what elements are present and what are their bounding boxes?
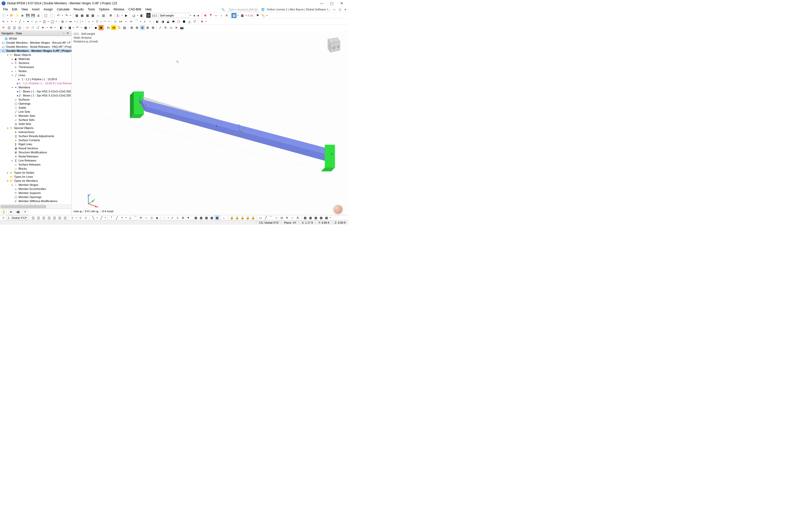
tree-member-stiff[interactable]: ≡Member Stiffness Modifications	[0, 199, 71, 203]
tree-nodes[interactable]: ▸•Nodes	[0, 69, 71, 73]
model-icon[interactable]: ◉	[20, 13, 25, 18]
tool-g-icon[interactable]: △	[187, 19, 192, 24]
dropdown-icon[interactable]: ▾	[104, 216, 106, 219]
mesh3-icon[interactable]: ⊞	[140, 25, 145, 30]
fx-icon[interactable]: ƒₓ	[116, 13, 120, 18]
assistant-avatar[interactable]	[333, 204, 343, 214]
tool-c-icon[interactable]: ◒	[166, 19, 170, 24]
menu-view[interactable]: View	[19, 7, 30, 12]
member-icon[interactable]: ━	[26, 19, 31, 24]
tree-line-2[interactable]: ■2 - 1,2 | Polyline | L : 10.00 ft | Lin…	[0, 81, 71, 85]
opening-icon[interactable]: ◯	[50, 19, 55, 24]
dropdown-icon[interactable]: ▾	[46, 27, 48, 29]
calc-icon[interactable]: ⚙	[108, 13, 113, 18]
tree-surfaces[interactable]: ▱Surfaces	[0, 98, 71, 101]
lc-code[interactable]: LC1	[151, 13, 158, 18]
js-icon[interactable]: JS	[111, 26, 116, 30]
guide2-icon[interactable]: ╱	[99, 215, 104, 220]
tree-intersections[interactable]: ✦Intersections	[0, 130, 71, 134]
save-icon[interactable]: 💾	[25, 13, 30, 18]
view-wire-icon[interactable]: ▦	[239, 13, 244, 18]
layout3-icon[interactable]: ▦	[313, 215, 318, 220]
snap6-icon[interactable]: ◫	[57, 215, 62, 220]
view-cube[interactable]: +Y X	[323, 34, 343, 55]
mdi-restore[interactable]: ▢	[338, 7, 341, 11]
menu-options[interactable]: Options	[97, 7, 112, 12]
snap3-icon[interactable]: ◫	[41, 215, 46, 220]
shape-dim-icon[interactable]: ↔	[290, 215, 295, 220]
layout1-icon[interactable]: ▦	[303, 215, 307, 220]
dropdown-icon[interactable]: ▾	[136, 14, 139, 16]
tree-root[interactable]: 🌐RFEM	[0, 36, 71, 40]
undo-icon[interactable]: ↶	[56, 13, 61, 18]
dropdown-icon[interactable]: ▾	[54, 27, 56, 29]
script-icon[interactable]: 📜	[117, 25, 121, 30]
surface-icon[interactable]: ▱	[34, 19, 38, 24]
tables-icon[interactable]: ▤	[101, 13, 106, 18]
mirror-icon[interactable]: ⇔	[68, 19, 73, 24]
angle-icon[interactable]: ∟	[222, 215, 227, 220]
tree-rigid-links[interactable]: ┃Rigid Links	[0, 142, 71, 146]
dropdown-icon[interactable]: ▾	[15, 20, 17, 22]
menu-help[interactable]: Help	[143, 7, 154, 12]
next-icon[interactable]: ▸	[197, 13, 201, 18]
tree-member-1[interactable]: ■1 - Beam | 1 - Sqr HSS 3-1/2x3-1/2x0.25…	[0, 89, 71, 94]
spring-icon[interactable]: 〰	[102, 19, 107, 24]
menu-file[interactable]: File	[1, 7, 10, 12]
doc-icon[interactable]: 📄	[49, 13, 53, 18]
layout2-icon[interactable]: ▦	[308, 215, 313, 220]
prev-icon[interactable]: ◂	[192, 13, 196, 18]
print-icon[interactable]: 🖨	[36, 13, 41, 18]
pin-icon[interactable]: 📍	[208, 13, 213, 18]
tree-surface-sets[interactable]: ▱Surface Sets	[0, 118, 71, 122]
num-icon[interactable]: ¹⁰	[75, 25, 80, 30]
sn-center-icon[interactable]: ○	[143, 215, 149, 220]
refresh-icon[interactable]: ↻	[163, 25, 168, 30]
snap5-icon[interactable]: ◫	[52, 215, 57, 220]
iso1-icon[interactable]: ◫	[6, 25, 12, 30]
tree-line-1[interactable]: ■1 - 1,2 | Polyline | L : 10.00 ft	[0, 77, 71, 81]
clip-icon[interactable]: ◧	[58, 25, 64, 30]
wizard-icon[interactable]: ✨	[15, 13, 19, 18]
mdi-minimize[interactable]: —	[333, 7, 336, 11]
tree-member-supports[interactable]: ▽Member Supports	[0, 191, 71, 195]
dropdown-icon[interactable]: ▾	[69, 14, 72, 16]
render2-icon[interactable]: ■	[99, 25, 103, 30]
dropdown-icon[interactable]: ▾	[65, 20, 68, 22]
mesh2-icon[interactable]: ⊞	[135, 25, 139, 30]
vis4-icon[interactable]: ▦	[209, 215, 214, 220]
osnap3-icon[interactable]: ⊹	[83, 215, 88, 220]
minimize-button[interactable]: —	[317, 0, 326, 6]
sn-tan-icon[interactable]: ⌒	[133, 215, 138, 220]
tree-basic-objects[interactable]: ▾📁Basic Objects	[0, 53, 71, 57]
lock5-icon[interactable]: 🔒	[251, 215, 255, 220]
sn-grid2-icon[interactable]: ⊹	[175, 215, 180, 220]
dropdown-icon[interactable]: ▾	[125, 216, 128, 219]
tree-special-objects[interactable]: ▾📁Special Objects	[0, 126, 71, 130]
sn-int-icon[interactable]: ✕	[138, 215, 143, 220]
dropdown-icon[interactable]: ▾	[72, 27, 74, 29]
navigator-hscroll[interactable]	[0, 204, 71, 209]
dropdown-icon[interactable]: ▾	[64, 27, 67, 29]
dropdown-icon[interactable]: ▾	[167, 216, 169, 219]
tree-lines[interactable]: ▾╱Lines	[0, 73, 71, 77]
redo-icon[interactable]: ↷	[64, 13, 69, 18]
mesh1-icon[interactable]: ⊞	[129, 25, 134, 30]
nav-view2-icon[interactable]: 👁	[8, 210, 14, 214]
snap2-icon[interactable]: ◫	[36, 215, 41, 220]
tree-types-members[interactable]: ▾📁Types for Members	[0, 179, 71, 183]
tree-solids[interactable]: ◫Solids	[0, 105, 71, 110]
sn-par-icon[interactable]: ⫽	[170, 215, 175, 220]
dim1-icon[interactable]: ↔	[214, 13, 219, 18]
loads-icon[interactable]: ↓↓	[96, 13, 101, 18]
restore-icon[interactable]: ▫	[62, 31, 66, 35]
tool-a-icon[interactable]: ◐	[155, 19, 160, 24]
guide1-icon[interactable]: ╲	[90, 215, 96, 220]
dropdown-icon[interactable]: ▾	[55, 20, 57, 22]
delete-icon[interactable]: ✕	[200, 19, 204, 24]
dropdown-icon[interactable]: ▾	[82, 20, 84, 22]
tool-e-icon[interactable]: ⬡	[176, 19, 181, 24]
sn-midpoint-icon[interactable]: ╱	[114, 215, 119, 220]
support-icon[interactable]: ▽	[95, 19, 100, 24]
tree-member-ecc[interactable]: ◇Member Eccentricities	[0, 187, 71, 191]
